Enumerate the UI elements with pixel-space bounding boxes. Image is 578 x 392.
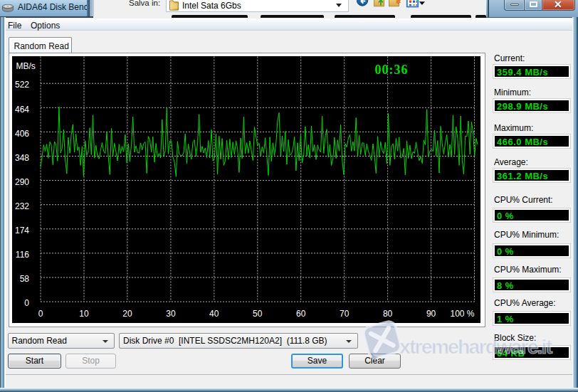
svg-text:406: 406 [14,128,28,138]
svg-text:0: 0 [24,298,29,308]
svg-text:348: 348 [14,152,28,162]
svg-text:60: 60 [296,309,306,319]
svg-text:70: 70 [340,309,350,319]
svg-text:464: 464 [14,104,28,114]
svg-text:116: 116 [15,250,28,260]
svg-text:MB/s: MB/s [16,61,35,71]
svg-text:80: 80 [382,309,392,319]
svg-text:20: 20 [122,309,132,319]
svg-text:522: 522 [14,80,28,90]
svg-text:232: 232 [14,201,28,211]
svg-text:0: 0 [38,309,43,319]
svg-text:100 %: 100 % [450,309,474,319]
svg-text:10: 10 [79,309,89,319]
svg-text:290: 290 [14,176,28,186]
svg-text:90: 90 [426,309,436,319]
svg-text:30: 30 [166,309,176,319]
svg-text:174: 174 [14,226,28,235]
svg-text:58: 58 [19,274,29,284]
svg-text:50: 50 [253,309,263,319]
svg-text:40: 40 [209,309,219,319]
